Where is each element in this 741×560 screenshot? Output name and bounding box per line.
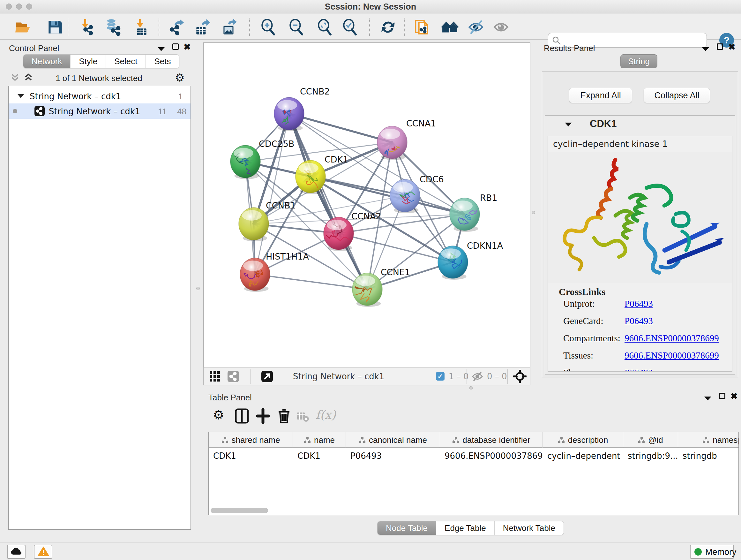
zoom-in-icon[interactable] — [259, 18, 277, 36]
pan-crosshair-icon[interactable] — [513, 370, 527, 383]
tree-expand-icon[interactable] — [17, 94, 24, 99]
duplicate-network-icon[interactable] — [414, 18, 431, 36]
table-horizontal-scrollbar[interactable] — [209, 507, 737, 514]
control-panel: Control Panel ✖ NetworkStyleSelectSets 1… — [0, 40, 197, 542]
node-CCNE1[interactable]: CCNE1 — [352, 267, 410, 307]
expand-all-button[interactable]: Expand All — [569, 88, 632, 103]
tab-network[interactable]: Network — [23, 55, 71, 68]
import-network-file-icon[interactable] — [77, 18, 95, 36]
birds-eye-view-icon[interactable] — [261, 370, 273, 382]
export-table-icon[interactable] — [194, 18, 211, 36]
column-type-icon — [304, 437, 311, 443]
separator — [467, 369, 467, 384]
collection-name: String Network – cdk1 — [30, 91, 121, 101]
node-CCNB1[interactable]: CCNB1 — [239, 200, 296, 241]
zoom-selected-icon[interactable] — [341, 18, 358, 36]
tab-string[interactable]: String — [620, 54, 657, 68]
column-header-namespace[interactable]: namespace — [678, 432, 739, 448]
results-panel-float-icon[interactable] — [717, 44, 723, 50]
network-options-gear-icon[interactable]: ⚙ — [175, 72, 185, 83]
tab-sets[interactable]: Sets — [146, 55, 179, 68]
collapse-all-button[interactable]: Collapse All — [644, 88, 710, 103]
grid-view-icon[interactable] — [209, 370, 221, 382]
column-header-description[interactable]: description — [543, 432, 623, 448]
crosslink-link[interactable]: 9606.ENSP00000378699 — [624, 333, 719, 344]
control-panel-float-icon[interactable] — [172, 44, 179, 50]
save-session-icon[interactable] — [46, 18, 64, 36]
first-neighbors-icon[interactable] — [441, 18, 459, 36]
expand-all-icon[interactable] — [23, 73, 33, 82]
open-file-icon[interactable] — [14, 18, 31, 36]
import-table-file-icon[interactable] — [132, 18, 150, 36]
hide-selected-icon[interactable] — [467, 18, 484, 36]
table-cell[interactable]: stringdb — [678, 449, 739, 464]
edge-CCNB2-CCNA1[interactable] — [289, 114, 392, 142]
section-collapse-icon[interactable] — [564, 122, 572, 127]
toolbar-separator — [68, 18, 68, 36]
function-builder-icon-disabled: f(x) — [316, 408, 336, 422]
column-header-@id[interactable]: @id — [623, 432, 678, 448]
left-splitter-handle[interactable] — [196, 287, 200, 290]
crosslink-link[interactable]: P06493 — [624, 316, 653, 326]
table-cell[interactable]: CDK1 — [293, 449, 346, 464]
network-collection-row[interactable]: String Network – cdk1 1 — [9, 89, 191, 104]
tab-network-table[interactable]: Network Table — [495, 521, 563, 535]
control-panel-tabs: NetworkStyleSelectSets — [23, 54, 179, 68]
table-options-gear-icon[interactable]: ⚙ — [213, 409, 224, 420]
edge-CCNB2-HIST1H1A[interactable] — [255, 114, 289, 274]
node-CCNB2[interactable]: CCNB2 — [274, 86, 330, 131]
hidden-items-icon — [471, 371, 484, 381]
selected-nodes-checkbox[interactable]: ✓ — [436, 372, 445, 381]
crosslink-link[interactable]: P06493 — [624, 299, 653, 309]
table-panel-close-icon[interactable]: ✖ — [731, 392, 738, 400]
table-cell[interactable]: stringdb:9... — [623, 449, 678, 464]
column-label: name — [314, 435, 335, 445]
control-panel-close-icon[interactable]: ✖ — [184, 43, 191, 51]
network-canvas[interactable]: CCNB2CCNA1CDC25BCDK1CDC6RB1CCNB1CCNA2CDK… — [203, 43, 530, 367]
results-panel-menu-icon[interactable] — [701, 47, 710, 52]
table-cell[interactable]: cyclin–dependent ... — [543, 449, 623, 464]
warning-status-button[interactable] — [34, 545, 52, 559]
network-graph[interactable]: CCNB2CCNA1CDC25BCDK1CDC6RB1CCNB1CCNA2CDK… — [204, 43, 530, 367]
table-cell[interactable]: 9606.ENSP00000378699 — [440, 449, 543, 464]
memory-button[interactable]: Memory — [690, 545, 734, 559]
zoom-out-icon[interactable] — [287, 18, 305, 36]
scrollbar-thumb[interactable] — [211, 508, 268, 513]
column-header-name[interactable]: name — [293, 432, 346, 448]
refresh-view-icon[interactable] — [380, 18, 397, 36]
export-image-icon[interactable] — [220, 18, 238, 36]
edge-HIST1H1A-CCNE1[interactable] — [255, 274, 367, 289]
cloud-status-button[interactable] — [7, 545, 25, 559]
column-header-shared-name[interactable]: shared name — [209, 432, 293, 448]
show-all-icon[interactable] — [492, 18, 510, 36]
import-network-database-icon[interactable] — [104, 18, 121, 36]
table-panel-float-icon[interactable] — [719, 393, 725, 399]
table-cell[interactable]: P06493 — [346, 449, 440, 464]
show-columns-icon[interactable] — [234, 408, 250, 424]
control-panel-menu-icon[interactable] — [157, 47, 165, 52]
table-cell[interactable]: CDK1 — [209, 449, 293, 464]
network-view-icon[interactable] — [227, 370, 239, 382]
export-network-icon[interactable] — [167, 18, 185, 36]
node-CCNA1[interactable]: CCNA1 — [377, 118, 436, 160]
edge-CCNB2-CCNE1[interactable] — [289, 114, 367, 289]
network-row-selected[interactable]: String Network – cdk1 11 48 — [9, 104, 191, 119]
right-splitter-handle[interactable] — [532, 211, 535, 214]
results-panel-close-icon[interactable]: ✖ — [728, 43, 736, 51]
column-header-canonical-name[interactable]: canonical name — [346, 432, 440, 448]
table-panel-menu-icon[interactable] — [704, 396, 712, 401]
delete-column-icon[interactable] — [276, 408, 292, 424]
collapse-all-icon[interactable] — [10, 73, 20, 82]
tab-select[interactable]: Select — [106, 55, 146, 68]
node-HIST1H1A[interactable]: HIST1H1A — [240, 252, 309, 292]
tab-edge-table[interactable]: Edge Table — [436, 521, 495, 535]
tab-style[interactable]: Style — [71, 55, 106, 68]
zoom-fit-icon[interactable] — [316, 18, 333, 36]
node-RB1[interactable]: RB1 — [450, 193, 497, 232]
node-CDKN1A[interactable]: CDKN1A — [438, 241, 503, 280]
add-column-icon[interactable] — [255, 408, 271, 424]
crosslink-link[interactable]: 9606.ENSP00000378699 — [624, 350, 719, 361]
tab-node-table[interactable]: Node Table — [378, 521, 436, 535]
crosslink-link[interactable]: P06493 — [624, 368, 653, 372]
column-header-database-identifier[interactable]: database identifier — [440, 432, 543, 448]
